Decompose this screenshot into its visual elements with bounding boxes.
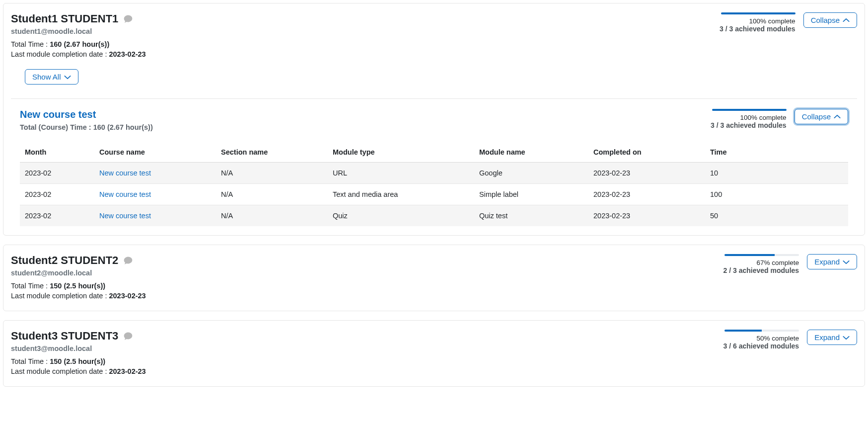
progress-achieved: 3 / 6 achieved modules	[715, 342, 799, 350]
th-completed: Completed on	[588, 142, 705, 163]
cell-completed: 2023-02-23	[588, 205, 705, 227]
student-name: Student3 STUDENT3	[11, 330, 715, 343]
progress-achieved: 2 / 3 achieved modules	[715, 266, 799, 274]
cell-completed: 2023-02-23	[588, 163, 705, 184]
course-link[interactable]: New course test	[99, 190, 151, 198]
th-course: Course name	[94, 142, 216, 163]
table-row: 2023-02 New course test N/A URL Google 2…	[20, 163, 848, 184]
cell-course: New course test	[94, 163, 216, 184]
cell-time: 10	[705, 163, 848, 184]
progress-bar	[724, 330, 799, 332]
progress-achieved: 3 / 3 achieved modules	[711, 25, 796, 33]
last-completion: Last module completion date : 2023-02-23	[11, 292, 715, 300]
course-total-time: Total (Course) Time : 160 (2.67 hour(s))	[20, 123, 153, 131]
progress-block: 50% complete 3 / 6 achieved modules	[715, 330, 799, 350]
cell-time: 100	[705, 184, 848, 205]
chevron-down-icon	[843, 334, 850, 341]
cell-type: Quiz	[328, 205, 474, 227]
cell-month: 2023-02	[20, 184, 94, 205]
progress-block: 100% complete 3 / 3 achieved modules	[711, 12, 796, 33]
student-card: Student1 STUDENT1 student1@moodle.local …	[3, 3, 865, 236]
expand-button[interactable]: Expand	[807, 330, 857, 345]
last-completion: Last module completion date : 2023-02-23	[11, 367, 715, 375]
total-time: Total Time : 160 (2.67 hour(s))	[11, 40, 711, 48]
th-time: Time	[705, 142, 848, 163]
chevron-down-icon	[843, 259, 850, 265]
cell-course: New course test	[94, 205, 216, 227]
cell-module-name: Google	[474, 163, 588, 184]
chat-icon[interactable]	[123, 331, 133, 341]
progress-bar	[712, 109, 787, 111]
table-row: 2023-02 New course test N/A Text and med…	[20, 184, 848, 205]
cell-section: N/A	[216, 205, 328, 227]
student-name: Student1 STUDENT1	[11, 12, 711, 25]
total-time: Total Time : 150 (2.5 hour(s))	[11, 357, 715, 365]
student-name: Student2 STUDENT2	[11, 254, 715, 267]
student-email: student1@moodle.local	[11, 27, 711, 35]
progress-bar	[724, 254, 799, 256]
student-card: Student2 STUDENT2 student2@moodle.local …	[3, 245, 865, 311]
collapse-label: Collapse	[802, 112, 831, 121]
th-section: Section name	[216, 142, 328, 163]
progress-achieved: 3 / 3 achieved modules	[702, 121, 787, 129]
cell-month: 2023-02	[20, 205, 94, 227]
expand-label: Expand	[814, 333, 840, 342]
student-card: Student3 STUDENT3 student3@moodle.local …	[3, 320, 865, 387]
divider	[11, 98, 857, 99]
course-link[interactable]: New course test	[99, 169, 151, 177]
cell-section: N/A	[216, 163, 328, 184]
cell-module-name: Quiz test	[474, 205, 588, 227]
th-type: Module type	[328, 142, 474, 163]
course-block: New course test Total (Course) Time : 16…	[11, 109, 857, 226]
cell-type: URL	[328, 163, 474, 184]
cell-time: 50	[705, 205, 848, 227]
cell-section: N/A	[216, 184, 328, 205]
last-completion: Last module completion date : 2023-02-23	[11, 50, 711, 58]
chat-icon[interactable]	[123, 256, 133, 265]
progress-block: 100% complete 3 / 3 achieved modules	[702, 109, 787, 129]
th-month: Month	[20, 142, 94, 163]
show-all-button[interactable]: Show All	[25, 69, 78, 85]
progress-percent: 100% complete	[711, 17, 796, 25]
collapse-button[interactable]: Collapse	[795, 109, 848, 124]
cell-module-name: Simple label	[474, 184, 588, 205]
cell-completed: 2023-02-23	[588, 184, 705, 205]
collapse-button[interactable]: Collapse	[803, 12, 857, 28]
expand-label: Expand	[814, 258, 840, 266]
chevron-down-icon	[64, 74, 71, 81]
progress-bar	[721, 12, 796, 14]
cell-course: New course test	[94, 184, 216, 205]
table-row: 2023-02 New course test N/A Quiz Quiz te…	[20, 205, 848, 227]
total-time: Total Time : 150 (2.5 hour(s))	[11, 282, 715, 290]
chevron-up-icon	[834, 113, 841, 120]
student-email: student3@moodle.local	[11, 345, 715, 352]
th-name: Module name	[474, 142, 588, 163]
course-link[interactable]: New course test	[99, 212, 151, 220]
chat-icon[interactable]	[123, 14, 133, 24]
collapse-label: Collapse	[811, 16, 840, 24]
progress-percent: 50% complete	[715, 335, 799, 342]
student-email: student2@moodle.local	[11, 269, 715, 277]
cell-type: Text and media area	[328, 184, 474, 205]
chevron-up-icon	[843, 17, 850, 24]
expand-button[interactable]: Expand	[807, 254, 857, 269]
progress-percent: 100% complete	[702, 114, 787, 121]
course-title[interactable]: New course test	[20, 109, 153, 120]
progress-percent: 67% complete	[715, 259, 799, 266]
modules-table: Month Course name Section name Module ty…	[20, 142, 848, 226]
progress-block: 67% complete 2 / 3 achieved modules	[715, 254, 799, 274]
show-all-label: Show All	[32, 73, 61, 81]
cell-month: 2023-02	[20, 163, 94, 184]
